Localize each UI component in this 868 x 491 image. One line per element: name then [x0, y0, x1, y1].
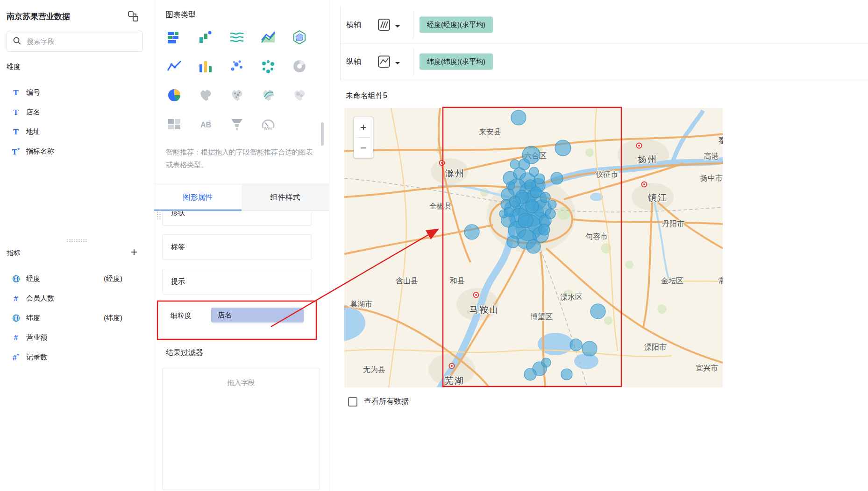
area-chart-icon[interactable]	[260, 29, 277, 46]
map-data-bubble[interactable]	[519, 159, 530, 170]
pie-chart-icon[interactable]	[166, 87, 183, 104]
x-axis-field-chip[interactable]: 经度(经度)(求平均)	[420, 17, 493, 33]
scrollbar-thumb[interactable]	[321, 122, 324, 146]
zoom-in-button[interactable]: +	[354, 117, 373, 137]
granularity-chip[interactable]: 店名	[211, 308, 304, 323]
number-field-icon: #	[11, 333, 21, 342]
table-chart-icon[interactable]	[166, 116, 183, 133]
view-all-checkbox[interactable]	[348, 397, 357, 407]
funnel-chart-icon[interactable]	[228, 116, 245, 133]
filter-drop-area[interactable]: 拖入字段	[162, 368, 320, 490]
map-data-bubble[interactable]	[511, 110, 526, 125]
map-data-bubble[interactable]	[509, 196, 520, 207]
line-chart-icon[interactable]	[166, 58, 183, 75]
x-axis-label: 横轴	[346, 20, 361, 30]
metric-field-item[interactable]: #营业额	[0, 328, 154, 347]
map-label: 高港	[704, 152, 719, 160]
field-label: 指标名称	[26, 147, 54, 156]
field-label: 纬度	[26, 314, 40, 323]
map-data-bubble[interactable]	[545, 209, 555, 219]
map-data-bubble[interactable]	[591, 304, 605, 319]
map-data-bubble[interactable]	[529, 167, 539, 176]
map-label: 芜湖	[445, 376, 464, 386]
map-data-bubble[interactable]	[518, 213, 533, 228]
metric-field-item[interactable]: #*记录数	[0, 347, 154, 367]
map-data-bubble[interactable]	[555, 140, 571, 156]
map-label: 常	[718, 277, 723, 285]
map-data-bubble[interactable]	[570, 339, 582, 351]
map-data-bubble[interactable]	[582, 341, 597, 356]
map-label: 扬中市	[700, 174, 723, 182]
chart-type-grid: ABc60%	[166, 29, 308, 133]
map-data-bubble[interactable]	[504, 207, 513, 217]
x-axis-type-button[interactable]	[377, 18, 400, 32]
metric-field-item[interactable]: #会员人数	[0, 288, 154, 308]
gauge-chart-icon[interactable]: 60%	[260, 116, 277, 133]
map-data-bubble[interactable]	[548, 200, 556, 209]
flow-map-chart-icon[interactable]	[260, 87, 277, 104]
panel-resize-handle[interactable]	[66, 239, 87, 243]
map-data-bubble[interactable]	[540, 192, 550, 203]
map-data-bubble[interactable]	[541, 358, 551, 367]
map-data-bubble[interactable]	[551, 172, 563, 184]
dimension-field-item[interactable]: T*指标名称	[0, 141, 154, 161]
y-axis-type-button[interactable]	[377, 55, 400, 69]
bubble-chart-icon[interactable]	[260, 58, 277, 75]
bubble-map-chart-icon[interactable]	[228, 87, 245, 104]
dimension-field-item[interactable]: T地址	[0, 122, 154, 141]
property-shape-label: 形状	[171, 211, 185, 217]
switch-dataset-icon[interactable]	[127, 10, 139, 22]
property-tooltip[interactable]: 提示	[162, 269, 312, 295]
geo-field-icon	[11, 313, 21, 323]
map-label: 句容市	[585, 232, 608, 240]
map-data-bubble[interactable]	[526, 239, 541, 253]
tab-graphic-attributes[interactable]: 图形属性	[154, 184, 242, 210]
map-label: 无为县	[363, 365, 385, 373]
chevron-down-icon	[395, 62, 400, 67]
map-data-bubble[interactable]	[506, 182, 515, 190]
property-list: 形状 标签 提示 细粒度 店名 结果过滤器 拖入字段	[154, 211, 329, 491]
stream-line-chart-icon[interactable]	[228, 29, 245, 46]
metric-field-item[interactable]: 经度(经度)	[0, 269, 154, 288]
stacked-bar-chart-icon[interactable]	[166, 29, 183, 46]
search-field-box[interactable]	[7, 31, 143, 52]
scatter-chart-icon[interactable]	[228, 58, 245, 75]
zoom-out-button[interactable]: −	[354, 138, 373, 158]
map-label: 金坛区	[661, 277, 683, 285]
search-input[interactable]	[26, 37, 137, 46]
property-shape[interactable]: 形状	[162, 211, 312, 226]
y-axis-field-chip[interactable]: 纬度(纬度)(求平均)	[420, 54, 493, 70]
map-data-bubble[interactable]	[510, 160, 519, 169]
text-field-icon: T	[11, 127, 21, 136]
field-suffix: (经度)	[104, 274, 122, 283]
map-chart[interactable]: 来安县滁州六合区仪征市扬州高港泰扬中市镇江丹阳市全椒县句容市金坛区含山县和县巢湖…	[344, 108, 723, 387]
svg-text:60%: 60%	[264, 126, 272, 131]
chevron-down-icon	[395, 25, 400, 30]
number-field-icon: #	[11, 294, 21, 303]
canvas-panel: 横轴 经度(经度)(求平均) 纵轴	[329, 0, 868, 491]
donut-chart-icon[interactable]	[291, 58, 308, 75]
map-data-bubble[interactable]	[561, 369, 572, 380]
add-metric-button[interactable]: +	[128, 246, 140, 259]
line-axis-icon	[377, 55, 391, 69]
map-label: 马鞍山	[470, 305, 499, 315]
column-chart-icon[interactable]	[197, 58, 214, 75]
metric-field-item[interactable]: 纬度(纬度)	[0, 308, 154, 328]
dimension-field-item[interactable]: T编号	[0, 83, 154, 102]
range-bar-chart-icon[interactable]	[197, 29, 214, 46]
tab-component-style[interactable]: 组件样式	[242, 184, 329, 210]
map-chart-icon[interactable]	[197, 87, 214, 104]
radar-chart-icon[interactable]	[291, 29, 308, 46]
dimension-field-item[interactable]: T店名	[0, 102, 154, 122]
drag-handle-icon[interactable]	[157, 211, 161, 219]
heat-map-chart-icon[interactable]	[291, 87, 308, 104]
property-label[interactable]: 标签	[162, 234, 312, 260]
field-label: 营业额	[26, 333, 47, 342]
map-data-bubble[interactable]	[526, 200, 539, 213]
map-data-bubble[interactable]	[507, 236, 519, 248]
map-data-bubble[interactable]	[530, 187, 541, 198]
map-data-bubble[interactable]	[524, 368, 536, 380]
rich-text-chart-icon[interactable]: ABc	[197, 116, 214, 133]
map-data-bubble[interactable]	[539, 224, 550, 235]
map-data-bubble[interactable]	[464, 224, 479, 239]
